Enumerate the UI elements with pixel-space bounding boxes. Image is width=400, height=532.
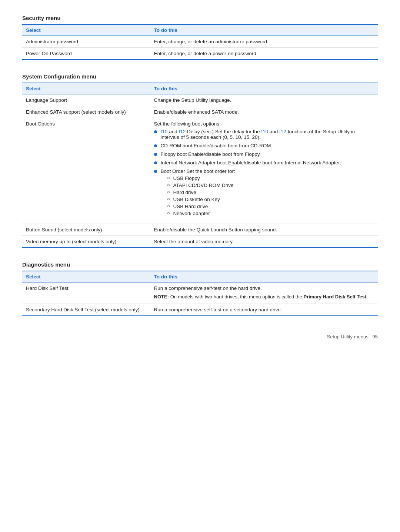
security-col-select-header: Select xyxy=(22,24,150,36)
boot-order-sub-item: Hard drive xyxy=(167,190,235,195)
boot-order-sub-item: ATAPI CD/DVD ROM Drive xyxy=(167,183,235,188)
bullet-icon xyxy=(154,153,157,156)
boot-order-sub-text: ATAPI CD/DVD ROM Drive xyxy=(173,183,234,188)
diagnostics-todo-main: Run a comprehensive self-test on the har… xyxy=(154,285,374,291)
boot-order-sub-item: USB Hard drive xyxy=(167,204,235,209)
system-config-header-row: Select To do this xyxy=(22,83,378,94)
security-menu-table: Select To do this Administrator password… xyxy=(22,24,378,60)
diagnostics-menu-body: Hard Disk Self Test Run a comprehensive … xyxy=(22,282,378,316)
sub-bullet-icon xyxy=(167,205,170,207)
diagnostics-select-cell: Secondary Hard Disk Self Test (select mo… xyxy=(22,304,150,316)
boot-option-text: Internal Network Adapter boot Enable/dis… xyxy=(161,160,341,165)
system-config-menu-table: Select To do this Language Support Chang… xyxy=(22,83,378,248)
f-key: f10 xyxy=(161,129,168,134)
system-config-todo-cell: Enable/disable the Quick Launch Button t… xyxy=(150,224,378,236)
system-config-todo-cell: Enable/disable enhanced SATA mode. xyxy=(150,106,378,118)
diagnostics-select-cell: Hard Disk Self Test xyxy=(22,282,150,304)
todo-text: Select the amount of video memory. xyxy=(154,239,234,244)
bullet-icon xyxy=(154,170,157,173)
system-config-menu-title: System Configuration menu xyxy=(22,73,378,80)
system-config-select-cell: Video memory up to (select models only) xyxy=(22,236,150,248)
boot-order-sub-item: USB Floppy xyxy=(167,175,235,181)
security-todo-cell: Enter, change, or delete a power-on pass… xyxy=(150,48,378,60)
diagnostics-menu-title: Diagnostics menu xyxy=(22,261,378,268)
system-config-col-todo-header: To do this xyxy=(150,83,378,94)
footer-page: 95 xyxy=(373,334,378,339)
boot-order-sub-text: USB Diskette on Key xyxy=(173,197,220,202)
page-footer: Setup Utility menus 95 xyxy=(22,331,378,339)
note-end: . xyxy=(366,294,368,300)
diagnostics-menu-table: Select To do this Hard Disk Self Test Ru… xyxy=(22,271,378,316)
diagnostics-note-box: NOTE: On models with two hard drives, th… xyxy=(154,293,374,301)
diagnostics-header-row: Select To do this xyxy=(22,271,378,282)
security-menu-section: Security menu Select To do this Administ… xyxy=(22,15,378,60)
boot-options-intro: Set the following boot options: xyxy=(154,121,374,127)
diagnostics-todo-text: Run a comprehensive self-test on a secon… xyxy=(154,307,282,312)
sub-bullet-icon xyxy=(167,198,170,200)
boot-options-list: f10 and f12 Delay (sec.) Set the delay f… xyxy=(154,129,374,218)
footer-text: Setup Utility menus xyxy=(327,334,369,339)
security-menu-header-row: Select To do this xyxy=(22,24,378,36)
bullet-icon xyxy=(154,144,157,147)
security-select-cell: Power-On Password xyxy=(22,48,150,60)
note-label: NOTE: xyxy=(154,294,169,300)
system-config-table-row: Language Support Change the Setup Utilit… xyxy=(22,94,378,106)
boot-order-sub-text: USB Hard drive xyxy=(173,204,208,209)
boot-order-sub-item: USB Diskette on Key xyxy=(167,197,235,202)
f-key: f10 xyxy=(261,129,268,134)
security-table-row: Administrator password Enter, change, or… xyxy=(22,36,378,48)
boot-option-item: f10 and f12 Delay (sec.) Set the delay f… xyxy=(154,129,374,140)
sub-bullet-icon xyxy=(167,212,170,214)
note-bold-text: Primary Hard Disk Self Test xyxy=(304,294,367,300)
security-table-row: Power-On Password Enter, change, or dele… xyxy=(22,48,378,60)
sub-bullet-icon xyxy=(167,191,170,193)
boot-order-sub-item: Network adapter xyxy=(167,211,235,216)
system-config-table-row: Video memory up to (select models only) … xyxy=(22,236,378,248)
boot-order-sub-text: Hard drive xyxy=(173,190,196,195)
sub-bullet-icon xyxy=(167,177,170,179)
sub-bullet-icon xyxy=(167,184,170,186)
system-config-col-select-header: Select xyxy=(22,83,150,94)
f-key: f12 xyxy=(279,129,286,134)
security-col-todo-header: To do this xyxy=(150,24,378,36)
system-config-menu-body: Language Support Change the Setup Utilit… xyxy=(22,94,378,248)
diagnostics-menu-section: Diagnostics menu Select To do this Hard … xyxy=(22,261,378,316)
system-config-table-row: Enhanced SATA support (select models onl… xyxy=(22,106,378,118)
bullet-icon xyxy=(154,161,157,164)
system-config-todo-cell: Select the amount of video memory. xyxy=(150,236,378,248)
diagnostics-todo-cell: Run a comprehensive self-test on the har… xyxy=(150,282,378,304)
boot-option-item: Internal Network Adapter boot Enable/dis… xyxy=(154,160,374,165)
boot-option-text: Boot Order Set the boot order for:USB Fl… xyxy=(161,168,235,218)
boot-option-item: Floppy boot Enable/disable boot from Flo… xyxy=(154,151,374,157)
system-config-table-row: Button Sound (select models only) Enable… xyxy=(22,224,378,236)
system-config-todo-cell: Change the Setup Utility language. xyxy=(150,94,378,106)
diagnostics-todo-cell: Run a comprehensive self-test on a secon… xyxy=(150,304,378,316)
system-config-table-row: Boot Options Set the following boot opti… xyxy=(22,118,378,224)
security-todo-cell: Enter, change, or delete an administrato… xyxy=(150,36,378,48)
todo-text: Change the Setup Utility language. xyxy=(154,97,231,103)
system-config-select-cell: Boot Options xyxy=(22,118,150,224)
boot-option-text: f10 and f12 Delay (sec.) Set the delay f… xyxy=(161,129,374,140)
boot-order-sub-list: USB FloppyATAPI CD/DVD ROM DriveHard dri… xyxy=(167,175,235,216)
bullet-icon xyxy=(154,130,157,133)
boot-option-text: Floppy boot Enable/disable boot from Flo… xyxy=(161,151,261,157)
boot-order-sub-text: USB Floppy xyxy=(173,175,200,181)
boot-option-item: CD-ROM boot Enable/disable boot from CD-… xyxy=(154,143,374,148)
system-config-select-cell: Language Support xyxy=(22,94,150,106)
diagnostics-col-todo-header: To do this xyxy=(150,271,378,282)
diagnostics-table-row: Hard Disk Self Test Run a comprehensive … xyxy=(22,282,378,304)
diagnostics-table-row: Secondary Hard Disk Self Test (select mo… xyxy=(22,304,378,316)
boot-order-sub-text: Network adapter xyxy=(173,211,210,216)
system-config-todo-cell: Set the following boot options:f10 and f… xyxy=(150,118,378,224)
system-config-menu-section: System Configuration menu Select To do t… xyxy=(22,73,378,248)
todo-text: Enable/disable the Quick Launch Button t… xyxy=(154,227,277,232)
system-config-select-cell: Enhanced SATA support (select models onl… xyxy=(22,106,150,118)
security-select-cell: Administrator password xyxy=(22,36,150,48)
security-menu-title: Security menu xyxy=(22,15,378,21)
boot-option-item: Boot Order Set the boot order for:USB Fl… xyxy=(154,168,374,218)
security-menu-body: Administrator password Enter, change, or… xyxy=(22,36,378,60)
system-config-select-cell: Button Sound (select models only) xyxy=(22,224,150,236)
note-text: On models with two hard drives, this men… xyxy=(169,294,303,300)
boot-option-text: CD-ROM boot Enable/disable boot from CD-… xyxy=(161,143,273,148)
f-key: f12 xyxy=(179,129,186,134)
